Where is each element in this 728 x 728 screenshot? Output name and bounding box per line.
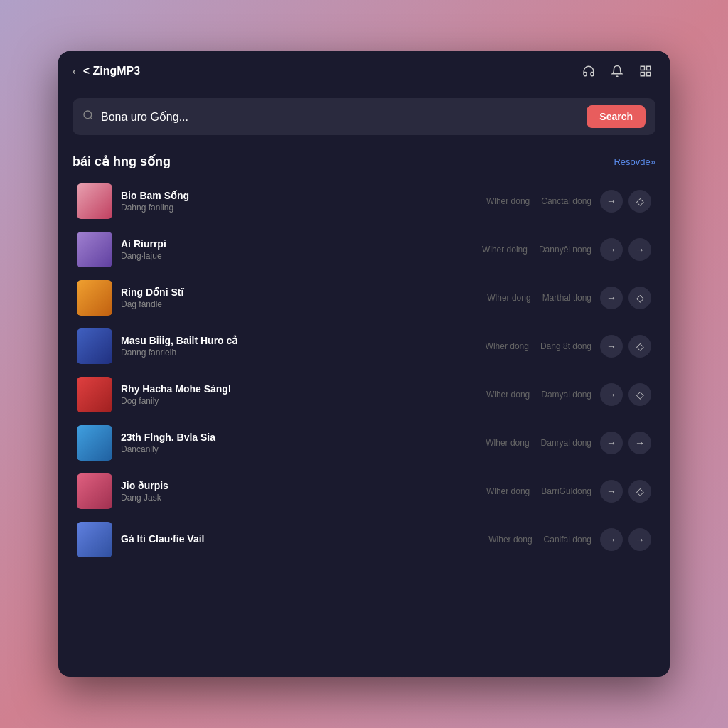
song-actions: → ◇ xyxy=(600,480,651,503)
meta-2: Dannyêl nong xyxy=(539,245,592,255)
add-button[interactable]: ◇ xyxy=(628,335,651,358)
song-info: Rhy Hacha Mohe Sángl Dog fanily xyxy=(121,383,478,406)
svg-rect-3 xyxy=(641,73,644,76)
logo-area[interactable]: ‹ < ZingMP3 xyxy=(73,65,140,77)
play-next-button[interactable]: → xyxy=(600,528,623,551)
search-input[interactable] xyxy=(101,110,579,123)
album-art xyxy=(77,425,112,461)
song-artist: Dang Jask xyxy=(121,493,478,503)
play-next-button[interactable]: → xyxy=(600,432,623,454)
song-artist: Dancanlly xyxy=(121,444,477,454)
svg-line-5 xyxy=(90,117,92,119)
add-button[interactable]: ◇ xyxy=(628,480,651,503)
song-artist: Dog fanily xyxy=(121,396,478,406)
album-art xyxy=(77,328,112,364)
song-row[interactable]: Ai Riurrpi Dang·laịue Wlher doing Dannyê… xyxy=(73,226,655,273)
meta-2: Dang 8t dong xyxy=(540,341,592,351)
notification-icon[interactable] xyxy=(607,61,627,81)
song-meta: Wlher dong Damyal dong xyxy=(486,390,592,400)
song-row[interactable]: Jio ðurpis Dang Jask Wlher dong BarriGul… xyxy=(73,468,655,515)
song-row[interactable]: Ring Dổni Stĩ Dag fándle Wlher dong Mart… xyxy=(73,274,655,321)
meta-1: Wlher dong xyxy=(487,293,530,303)
song-row[interactable]: Gá lti Clau·fie Vail Wlher dong Canlfal … xyxy=(73,516,655,563)
song-info: 23th Flngh. Bvla Sia Dancanlly xyxy=(121,432,477,454)
add-button[interactable]: → xyxy=(628,238,651,261)
svg-point-4 xyxy=(84,111,92,119)
meta-1: Wlher dong xyxy=(488,535,532,545)
song-meta: Wlher dong Dang 8t dong xyxy=(486,341,592,351)
meta-1: Wlher dong xyxy=(486,341,529,351)
svg-rect-2 xyxy=(647,73,651,76)
svg-rect-1 xyxy=(647,66,651,70)
song-list: Bio Bam Sống Dahng fanling Wlher dong Ca… xyxy=(73,178,655,563)
search-bar: Search xyxy=(73,98,655,135)
song-title: Jio ðurpis xyxy=(121,480,478,491)
meta-1: Wlher dong xyxy=(486,390,530,400)
song-row[interactable]: Bio Bam Sống Dahng fanling Wlher dong Ca… xyxy=(73,178,655,225)
add-button[interactable]: ◇ xyxy=(628,287,651,309)
song-actions: → ◇ xyxy=(600,190,651,213)
headphone-icon[interactable] xyxy=(579,61,599,81)
song-actions: → ◇ xyxy=(600,335,651,358)
meta-2: Canlfal dong xyxy=(544,535,592,545)
back-icon[interactable]: ‹ xyxy=(73,65,76,77)
add-button[interactable]: → xyxy=(628,528,651,551)
song-meta: Wlher dong Canlfal dong xyxy=(488,535,592,545)
play-next-button[interactable]: → xyxy=(600,190,623,213)
meta-2: Marthal tlong xyxy=(542,293,592,303)
song-actions: → → xyxy=(600,432,651,454)
meta-2: Danryal dong xyxy=(541,438,592,448)
section-link[interactable]: Resovde» xyxy=(614,156,655,167)
song-artist: Danng fanrielh xyxy=(121,348,477,358)
song-meta: Wlher dong Canctal dong xyxy=(486,196,592,206)
song-info: Masu Biiig, Bailt Huro cả Danng fanrielh xyxy=(121,335,477,358)
section-title: bái cả hng sống xyxy=(73,154,171,169)
meta-1: Wlher doing xyxy=(482,245,528,255)
layout-icon[interactable] xyxy=(636,61,655,81)
header-icons xyxy=(579,61,655,81)
play-next-button[interactable]: → xyxy=(600,480,623,503)
add-button[interactable]: ◇ xyxy=(628,383,651,406)
meta-2: Canctal dong xyxy=(541,196,592,206)
song-artist: Dahng fanling xyxy=(121,203,478,213)
add-button[interactable]: ◇ xyxy=(628,190,651,213)
song-meta: Wlher dong Danryal dong xyxy=(486,438,592,448)
song-info: Bio Bam Sống Dahng fanling xyxy=(121,190,478,213)
search-button[interactable]: Search xyxy=(587,105,646,128)
song-row[interactable]: Rhy Hacha Mohe Sángl Dog fanily Wlher do… xyxy=(73,371,655,418)
header: ‹ < ZingMP3 xyxy=(58,51,670,91)
svg-rect-0 xyxy=(641,66,644,70)
song-meta: Wlher dong BarriGuldong xyxy=(486,486,592,496)
meta-1: Wlher dong xyxy=(486,438,529,448)
album-art xyxy=(77,183,112,219)
search-icon xyxy=(82,109,94,124)
album-art xyxy=(77,377,112,412)
song-meta: Wlher dong Marthal tlong xyxy=(487,293,592,303)
song-actions: → ◇ xyxy=(600,383,651,406)
section-header: bái cả hng sống Resovde» xyxy=(73,154,655,169)
play-next-button[interactable]: → xyxy=(600,238,623,261)
meta-2: Damyal dong xyxy=(541,390,592,400)
add-button[interactable]: → xyxy=(628,432,651,454)
song-row[interactable]: Masu Biiig, Bailt Huro cả Danng fanrielh… xyxy=(73,323,655,370)
song-actions: → ◇ xyxy=(600,287,651,309)
song-row[interactable]: 23th Flngh. Bvla Sia Dancanlly Wlher don… xyxy=(73,419,655,466)
album-art xyxy=(77,473,112,509)
album-art xyxy=(77,280,112,316)
song-info: Ring Dổni Stĩ Dag fándle xyxy=(121,287,478,309)
song-actions: → → xyxy=(600,528,651,551)
play-next-button[interactable]: → xyxy=(600,335,623,358)
song-title: Masu Biiig, Bailt Huro cả xyxy=(121,335,477,346)
album-art xyxy=(77,522,112,557)
song-info: Gá lti Clau·fie Vail xyxy=(121,533,480,546)
album-art xyxy=(77,232,112,267)
meta-1: Wlher dong xyxy=(486,196,530,206)
play-next-button[interactable]: → xyxy=(600,287,623,309)
song-artist: Dang·laịue xyxy=(121,251,473,261)
song-title: Ai Riurrpi xyxy=(121,238,473,250)
play-next-button[interactable]: → xyxy=(600,383,623,406)
meta-2: BarriGuldong xyxy=(541,486,592,496)
song-actions: → → xyxy=(600,238,651,261)
song-info: Jio ðurpis Dang Jask xyxy=(121,480,478,503)
app-title: < ZingMP3 xyxy=(83,65,140,77)
